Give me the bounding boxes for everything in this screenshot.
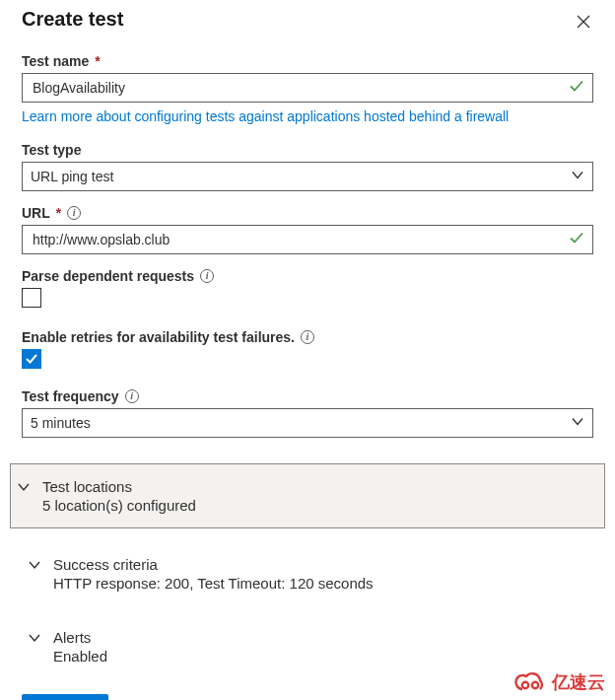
required-marker: * bbox=[95, 53, 100, 69]
info-icon[interactable] bbox=[125, 389, 139, 403]
success-criteria-title: Success criteria bbox=[53, 556, 374, 573]
test-name-input[interactable] bbox=[31, 79, 563, 97]
svg-point-3 bbox=[532, 682, 538, 688]
success-criteria-subtitle: HTTP response: 200, Test Timeout: 120 se… bbox=[53, 575, 374, 592]
checkmark-icon bbox=[569, 79, 584, 98]
close-icon bbox=[576, 14, 591, 30]
alerts-subtitle: Enabled bbox=[53, 648, 107, 665]
test-name-label: Test name bbox=[22, 53, 89, 69]
enable-retries-label: Enable retries for availability test fai… bbox=[22, 329, 295, 345]
test-frequency-value: 5 minutes bbox=[31, 415, 91, 431]
test-locations-title: Test locations bbox=[42, 478, 196, 495]
chevron-down-icon bbox=[28, 631, 41, 648]
parse-dependent-checkbox[interactable] bbox=[22, 288, 41, 308]
alerts-expander[interactable]: Alerts Enabled bbox=[22, 619, 593, 674]
info-icon[interactable] bbox=[67, 206, 81, 220]
brand-text: 亿速云 bbox=[552, 670, 605, 694]
test-frequency-label: Test frequency bbox=[22, 388, 119, 404]
info-icon[interactable] bbox=[301, 330, 314, 344]
url-label: URL bbox=[22, 205, 50, 221]
test-locations-expander[interactable]: Test locations 5 location(s) configured bbox=[10, 463, 605, 528]
required-marker: * bbox=[56, 205, 61, 221]
learn-more-link[interactable]: Learn more about configuring tests again… bbox=[22, 108, 509, 124]
info-icon[interactable] bbox=[200, 269, 214, 283]
enable-retries-checkbox[interactable] bbox=[22, 349, 41, 369]
url-input-wrap[interactable] bbox=[22, 225, 593, 254]
url-input[interactable] bbox=[31, 231, 563, 248]
test-type-value: URL ping test bbox=[31, 169, 113, 184]
page-title: Create test bbox=[22, 8, 123, 31]
alerts-title: Alerts bbox=[53, 629, 107, 646]
parse-dependent-label: Parse dependent requests bbox=[22, 268, 194, 284]
cloud-icon bbox=[512, 670, 548, 694]
test-name-input-wrap[interactable] bbox=[22, 73, 593, 103]
brand-watermark: 亿速云 bbox=[512, 670, 605, 694]
test-type-label: Test type bbox=[22, 142, 81, 158]
close-button[interactable] bbox=[574, 12, 593, 32]
checkmark-icon bbox=[569, 231, 584, 249]
chevron-down-icon bbox=[17, 480, 31, 497]
svg-point-2 bbox=[522, 682, 528, 688]
test-type-select[interactable]: URL ping test bbox=[22, 162, 593, 191]
test-frequency-select[interactable]: 5 minutes bbox=[22, 408, 593, 438]
test-locations-subtitle: 5 location(s) configured bbox=[42, 497, 196, 514]
success-criteria-expander[interactable]: Success criteria HTTP response: 200, Tes… bbox=[22, 546, 593, 601]
chevron-down-icon bbox=[571, 169, 584, 185]
chevron-down-icon bbox=[28, 558, 41, 575]
create-button[interactable]: Create bbox=[22, 694, 108, 700]
chevron-down-icon bbox=[571, 415, 584, 432]
